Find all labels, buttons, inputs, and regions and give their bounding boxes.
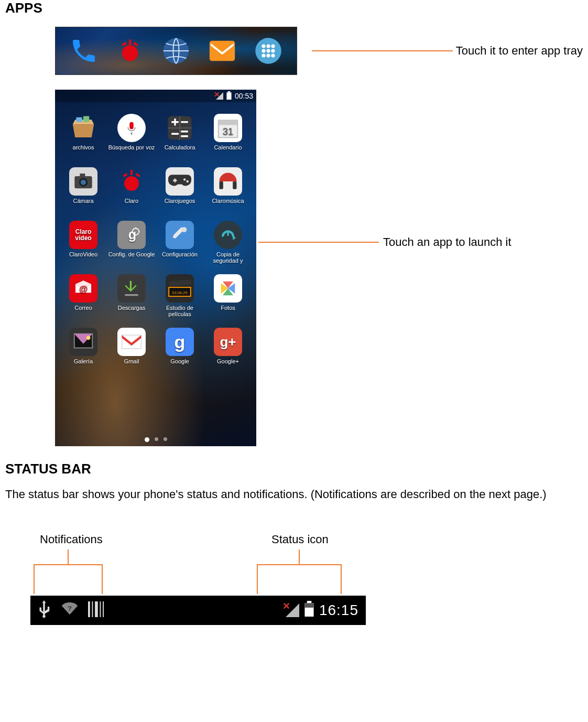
backup-icon: [214, 221, 242, 249]
svg-text:03:06:29: 03:06:29: [172, 290, 187, 295]
svg-rect-3: [133, 42, 138, 47]
leader-line: [312, 50, 453, 51]
app-descargas[interactable]: Descargas: [107, 274, 156, 318]
app-claro[interactable]: Claro: [107, 167, 156, 211]
app-label: Descargas: [118, 305, 146, 318]
svg-text:g: g: [128, 227, 136, 242]
app-label: Google: [170, 358, 189, 372]
movie-studio-icon: 03:06:29: [166, 274, 194, 303]
app-configuracion[interactable]: Configuración: [156, 221, 204, 265]
app-label: Galería: [74, 358, 93, 372]
app-label: Claro: [125, 198, 138, 211]
leader-line: [258, 242, 379, 243]
svg-point-50: [42, 615, 45, 618]
svg-rect-33: [123, 173, 128, 177]
app-camara[interactable]: Cámara: [59, 167, 107, 211]
apps-icon[interactable]: [250, 33, 287, 69]
svg-point-35: [183, 178, 186, 180]
page-indicator: [55, 437, 256, 442]
phone-icon[interactable]: [66, 33, 102, 69]
app-fotos[interactable]: Fotos: [204, 274, 252, 318]
app-claromusica[interactable]: Claromúsica: [204, 167, 252, 211]
usb-icon: [37, 600, 51, 620]
gallery-icon: [69, 328, 97, 356]
app-label: Configuración: [162, 251, 198, 265]
statusbar-time: 16:15: [319, 602, 358, 619]
svg-point-8: [266, 44, 270, 48]
callout-app-tray: Touch it to enter app tray: [456, 44, 583, 58]
app-calculadora[interactable]: Calculadora: [156, 114, 204, 158]
app-config-google[interactable]: g Config. de Google: [107, 221, 156, 265]
svg-point-12: [271, 49, 275, 52]
app-label: Clarojuegos: [165, 198, 195, 211]
svg-rect-38: [233, 181, 236, 189]
svg-point-31: [124, 176, 139, 191]
svg-point-11: [266, 49, 270, 52]
app-busqueda-voz[interactable]: Búsqueda por voz: [107, 114, 156, 158]
svg-text:@: @: [79, 284, 88, 294]
camera-icon: [69, 167, 97, 196]
claro-icon[interactable]: [112, 33, 148, 69]
app-archivos[interactable]: archivos: [59, 114, 107, 158]
browser-icon[interactable]: [158, 33, 194, 69]
app-google-plus[interactable]: g+ Google+: [204, 328, 252, 372]
app-clarovideo[interactable]: Clarovideo ClaroVideo: [59, 221, 107, 265]
calendar-icon: 31: [214, 114, 242, 142]
app-estudio-peliculas[interactable]: 03:06:29 Estudio de películas: [156, 274, 204, 318]
mail-icon: @: [69, 274, 97, 303]
apps-grid: archivos Búsqueda por voz Calculadora: [55, 114, 256, 372]
app-gmail[interactable]: Gmail: [107, 328, 156, 372]
svg-rect-37: [220, 181, 223, 189]
no-signal-icon: ✕: [216, 92, 223, 100]
svg-point-36: [186, 180, 188, 182]
files-icon: [69, 114, 97, 142]
svg-point-9: [271, 44, 275, 48]
voice-search-icon: [117, 114, 146, 142]
statusbar-description: The status bar shows your phone's status…: [5, 488, 583, 501]
messaging-icon[interactable]: [204, 33, 241, 69]
app-google[interactable]: g Google: [156, 328, 204, 372]
photos-icon: [214, 274, 242, 303]
svg-rect-19: [83, 116, 89, 122]
app-label: Calculadora: [165, 144, 195, 158]
no-signal-icon: ✕: [286, 604, 299, 617]
svg-rect-56: [103, 601, 104, 617]
svg-point-0: [122, 45, 138, 61]
app-label: Copia de seguridad y: [204, 251, 252, 265]
svg-rect-54: [95, 601, 98, 617]
svg-point-13: [262, 53, 265, 57]
status-bar-example: ? ✕ 16:15: [30, 596, 366, 625]
svg-rect-2: [122, 42, 127, 47]
app-label: archivos: [73, 144, 94, 158]
downloads-icon: [117, 274, 146, 303]
app-galeria[interactable]: Galería: [59, 328, 107, 372]
label-notifications: Notifications: [40, 533, 103, 546]
google-plus-icon: g+: [214, 328, 242, 356]
svg-rect-42: [227, 231, 228, 235]
app-label: Config. de Google: [108, 251, 155, 265]
app-label: Gmail: [124, 358, 139, 372]
settings-icon: [166, 221, 194, 249]
svg-point-41: [181, 227, 187, 232]
google-icon: g: [166, 328, 194, 356]
app-copia-seguridad[interactable]: Copia de seguridad y: [204, 221, 252, 265]
svg-rect-52: [88, 601, 90, 617]
svg-rect-58: [307, 601, 312, 603]
phone-screenshot: ✕ 00:53 archivos: [55, 90, 256, 446]
battery-icon: [304, 601, 314, 620]
app-label: Google+: [217, 358, 239, 372]
app-clarojuegos[interactable]: Clarojuegos: [156, 167, 204, 211]
app-label: ClaroVideo: [69, 251, 97, 265]
svg-text:?: ?: [68, 605, 72, 612]
svg-rect-1: [129, 39, 131, 45]
svg-rect-44: [125, 294, 138, 296]
app-label: Calendario: [214, 144, 242, 158]
app-calendario[interactable]: 31 Calendario: [204, 114, 252, 158]
phone-status-bar: ✕ 00:53: [55, 90, 256, 102]
battery-icon: [226, 91, 232, 101]
svg-rect-17: [228, 91, 231, 92]
app-correo[interactable]: @ Correo: [59, 274, 107, 318]
svg-rect-59: [304, 603, 313, 608]
svg-rect-30: [80, 174, 85, 176]
games-icon: [166, 167, 194, 196]
